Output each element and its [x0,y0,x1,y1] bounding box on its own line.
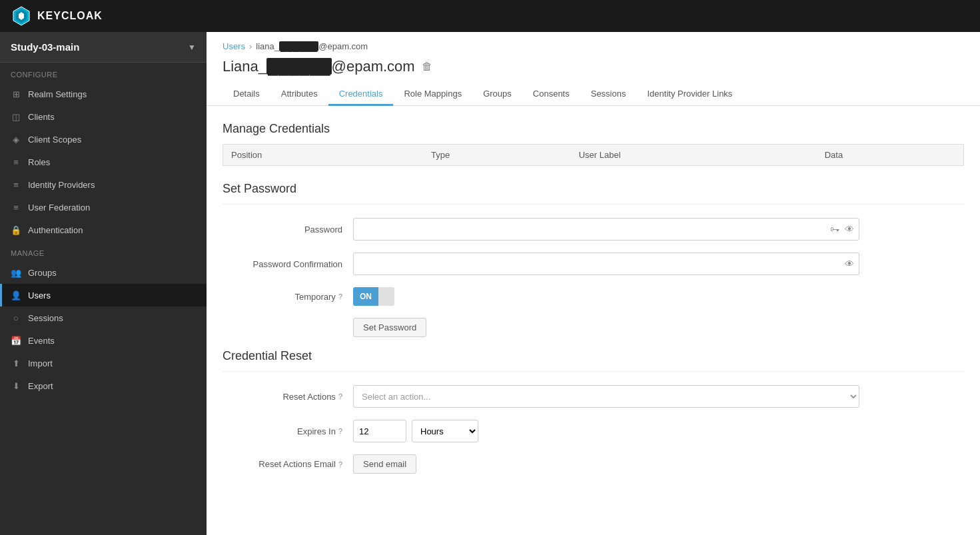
sidebar-item-users[interactable]: 👤 Users [0,284,207,306]
manage-credentials-section: Manage Credentials Position Type User La… [207,106,980,182]
password-confirmation-input[interactable] [353,253,859,275]
realm-name: Study-03-main [11,41,79,53]
groups-icon: 👥 [11,267,21,278]
set-password-divider [223,204,964,205]
sidebar-item-client-scopes[interactable]: ◈ Client Scopes [0,128,207,151]
sidebar-item-label: Authentication [28,225,83,235]
sidebar-item-label: Users [28,290,51,300]
sidebar-item-label: Groups [28,268,57,278]
sidebar-item-label: User Federation [28,203,90,213]
sidebar-item-label: Clients [28,112,55,122]
set-password-button[interactable]: Set Password [353,318,426,337]
sidebar-item-import[interactable]: ⬆ Import [0,352,207,374]
export-icon: ⬇ [11,380,21,391]
set-password-button-row: Set Password [223,318,964,337]
sidebar-item-realm-settings[interactable]: ⊞ Realm Settings [0,83,207,105]
sidebar-item-identity-providers[interactable]: ≡ Identity Providers [0,173,207,196]
keycloak-logo-icon [11,5,32,27]
sidebar-item-export[interactable]: ⬇ Export [0,374,207,397]
toggle-off-button[interactable] [378,287,394,306]
identity-providers-icon: ≡ [11,179,21,190]
sidebar-item-label: Client Scopes [28,135,81,145]
sidebar-item-user-federation[interactable]: ≡ User Federation [0,196,207,219]
eye-confirm-icon[interactable]: 👁 [845,259,854,269]
import-icon: ⬆ [11,358,21,368]
manage-section-label: Manage [0,241,207,261]
sidebar-item-label: Roles [28,157,50,167]
tab-groups[interactable]: Groups [472,83,522,106]
reset-actions-email-row: Reset Actions Email ? Send email [223,454,964,474]
logo: KEYCLOAK [11,5,103,27]
temporary-row: Temporary ? ON [223,287,964,306]
sidebar-item-roles[interactable]: ≡ Roles [0,151,207,173]
manage-credentials-title: Manage Credentials [223,122,964,136]
reset-actions-label: Reset Actions ? [223,392,342,402]
temporary-control: ON [353,287,859,306]
delete-user-icon[interactable]: 🗑 [422,61,432,73]
reset-actions-email-help-icon[interactable]: ? [338,460,342,468]
sidebar-item-label: Export [28,381,53,391]
tab-identity-provider-links[interactable]: Identity Provider Links [636,83,743,106]
send-email-button[interactable]: Send email [353,454,416,474]
main-layout: Study-03-main ▼ Configure ⊞ Realm Settin… [0,32,980,535]
credentials-table: Position Type User Label Data [223,144,964,166]
configure-section-label: Configure [0,63,207,83]
tabs: Details Attributes Credentials Role Mapp… [207,75,980,106]
navbar: KEYCLOAK [0,0,980,32]
reset-actions-email-control: Send email [353,454,859,474]
reset-actions-help-icon[interactable]: ? [338,392,342,400]
expires-in-label: Expires In ? [223,426,342,436]
sidebar-item-label: Import [28,358,53,368]
expires-in-row: Expires In ? 12 Hours Minutes Days [223,420,964,442]
password-input[interactable] [353,218,859,241]
clients-icon: ◫ [11,111,21,122]
realm-settings-icon: ⊞ [11,89,21,99]
password-label: Password [223,225,342,235]
roles-icon: ≡ [11,157,21,167]
breadcrumb-separator: › [249,41,252,51]
tab-details[interactable]: Details [223,83,270,106]
user-federation-icon: ≡ [11,202,21,213]
expires-group: 12 Hours Minutes Days [353,420,478,442]
col-type: Type [423,145,571,166]
credential-reset-section: Credential Reset Reset Actions ? Select … [207,349,980,486]
col-data: Data [817,145,964,166]
reset-actions-control: Select an action... [353,385,859,408]
expires-in-control: 12 Hours Minutes Days [353,420,859,442]
expires-unit-select[interactable]: Hours Minutes Days [412,420,478,442]
expires-in-input[interactable]: 12 [353,420,406,442]
sidebar-item-label: Sessions [28,313,63,323]
temporary-help-icon[interactable]: ? [338,292,342,300]
sidebar-item-events[interactable]: 📅 Events [0,329,207,352]
content-area: Users › liana_██████@epam.com Liana_████… [207,32,980,535]
sidebar-item-authentication[interactable]: 🔒 Authentication [0,219,207,241]
chevron-down-icon: ▼ [188,43,196,52]
reset-actions-select[interactable]: Select an action... [353,385,859,408]
breadcrumb-current: liana_██████@epam.com [256,41,368,51]
sidebar-item-label: Events [28,336,55,346]
tab-role-mappings[interactable]: Role Mappings [393,83,472,106]
sidebar-item-sessions[interactable]: ○ Sessions [0,306,207,329]
tab-sessions[interactable]: Sessions [580,83,637,106]
authentication-icon: 🔒 [11,225,21,235]
password-control: 🗝 👁 [353,218,859,241]
temporary-toggle: ON [353,287,394,306]
expires-in-help-icon[interactable]: ? [338,427,342,435]
toggle-on-button[interactable]: ON [353,287,378,306]
eye-icon[interactable]: 👁 [845,224,854,235]
users-icon: 👤 [11,290,21,300]
sidebar-item-clients[interactable]: ◫ Clients [0,105,207,128]
tab-credentials[interactable]: Credentials [328,83,394,106]
credential-reset-divider [223,371,964,372]
password-confirmation-row: Password Confirmation 👁 [223,253,964,275]
reset-actions-email-label: Reset Actions Email ? [223,459,342,469]
events-icon: 📅 [11,335,21,346]
tab-consents[interactable]: Consents [522,83,580,106]
breadcrumb-users-link[interactable]: Users [223,41,245,51]
realm-selector[interactable]: Study-03-main ▼ [0,32,207,63]
sidebar-item-label: Identity Providers [28,180,95,190]
tab-attributes[interactable]: Attributes [270,83,328,106]
client-scopes-icon: ◈ [11,134,21,145]
sidebar-item-groups[interactable]: 👥 Groups [0,261,207,284]
key-icon: 🗝 [830,224,839,235]
